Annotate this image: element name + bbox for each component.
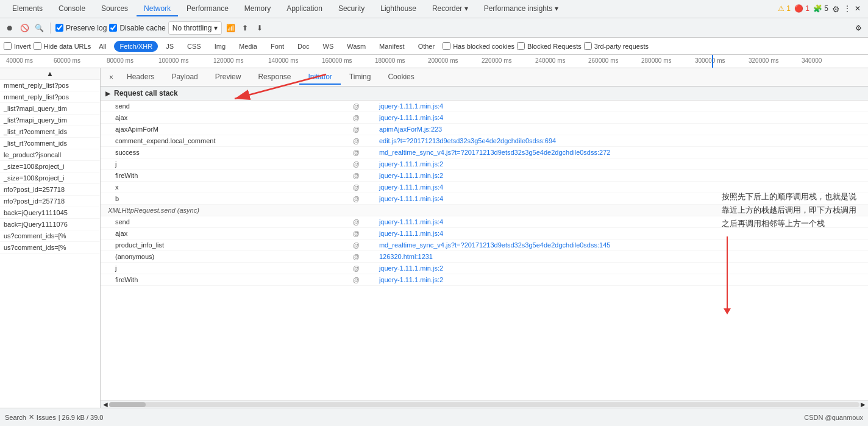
network-list-item[interactable]: le_product?jsoncall <box>0 149 100 161</box>
tab-response[interactable]: Response <box>249 70 299 85</box>
stack-link-cell[interactable]: md_realtime_sync_v4.js?t=?20171213d9etsd… <box>374 240 868 251</box>
more-tools-icon[interactable]: ⋮ <box>844 4 851 14</box>
stack-link-cell[interactable]: jquery-1.11.1.min.js:4 <box>374 112 868 124</box>
scrollbar-track[interactable] <box>109 402 859 407</box>
stack-link[interactable]: jquery-1.11.1.min.js:2 <box>379 160 443 168</box>
filter-doc[interactable]: Doc <box>292 41 315 52</box>
stack-link[interactable]: jquery-1.11.1.min.js:4 <box>379 230 443 237</box>
has-blocked-cookies-checkbox[interactable]: Has blocked cookies <box>443 42 514 50</box>
filter-all[interactable]: All <box>93 41 112 52</box>
horizontal-scrollbar[interactable]: ◀ ▶ <box>101 400 868 408</box>
tab-timing[interactable]: Timing <box>341 70 380 85</box>
tab-security[interactable]: Security <box>331 2 372 16</box>
stack-link[interactable]: jquery-1.11.1.min.js:4 <box>379 195 443 202</box>
stack-link-cell[interactable]: 126320.html:1231 <box>374 251 868 263</box>
invert-checkbox[interactable]: Invert <box>4 42 31 50</box>
throttling-dropdown[interactable]: No throttling ▾ <box>168 21 222 35</box>
hide-data-urls-checkbox[interactable]: Hide data URLs <box>34 42 91 50</box>
network-list-item[interactable]: _list_rt?comment_ids <box>0 126 100 138</box>
stack-link[interactable]: jquery-1.11.1.min.js:2 <box>379 172 443 179</box>
stack-link-cell[interactable]: jquery-1.11.1.min.js:2 <box>374 263 868 274</box>
stack-link[interactable]: jquery-1.11.1.min.js:2 <box>379 276 443 283</box>
stack-link[interactable]: jquery-1.11.1.min.js:4 <box>379 114 443 121</box>
detail-close-button[interactable]: × <box>104 71 118 84</box>
tab-payload[interactable]: Payload <box>163 70 206 85</box>
has-blocked-cookies-input[interactable] <box>443 42 450 50</box>
network-list-item[interactable]: nfo?post_id=257718 <box>0 196 100 207</box>
scrollbar-thumb[interactable] <box>109 402 146 407</box>
tab-lighthouse[interactable]: Lighthouse <box>373 2 424 16</box>
filter-media[interactable]: Media <box>233 41 263 52</box>
scroll-right-button[interactable]: ▶ <box>859 401 867 408</box>
request-call-stack-header[interactable]: ▶ Request call stack <box>101 87 868 101</box>
tab-elements[interactable]: Elements <box>5 2 50 16</box>
stack-link[interactable]: apimAjaxForM.js:223 <box>379 126 442 133</box>
scroll-left-button[interactable]: ◀ <box>102 401 109 408</box>
hide-data-urls-input[interactable] <box>34 42 41 50</box>
disable-cache-checkbox[interactable]: Disable cache <box>109 24 165 32</box>
tab-performance-insights[interactable]: Performance insights ▾ <box>477 2 566 16</box>
filter-fetch-xhr[interactable]: Fetch/XHR <box>114 41 158 52</box>
network-list-item[interactable]: us?comment_ids=[% <box>0 242 100 254</box>
filter-manifest[interactable]: Manifest <box>374 41 410 52</box>
stack-link[interactable]: jquery-1.11.1.min.js:2 <box>379 264 443 272</box>
tab-application[interactable]: Application <box>279 2 330 16</box>
stack-link-cell[interactable]: jquery-1.11.1.min.js:4 <box>374 228 868 240</box>
close-devtools-icon[interactable]: ✕ <box>855 4 861 14</box>
invert-input[interactable] <box>4 42 12 50</box>
stack-link-cell[interactable]: jquery-1.11.1.min.js:4 <box>374 182 868 193</box>
network-list-item[interactable]: _size=100&project_i <box>0 172 100 184</box>
stack-link-cell[interactable]: jquery-1.11.1.min.js:2 <box>374 274 868 286</box>
filter-font[interactable]: Font <box>265 41 290 52</box>
tab-recorder[interactable]: Recorder ▾ <box>425 2 475 16</box>
network-list-item[interactable]: back=jQuery1111076 <box>0 219 100 230</box>
blocked-requests-checkbox[interactable]: Blocked Requests <box>517 42 582 50</box>
third-party-checkbox[interactable]: 3rd-party requests <box>584 42 649 50</box>
network-list-item[interactable]: _list?mapi_query_tim <box>0 103 100 115</box>
tab-initiator[interactable]: Initiator <box>299 70 340 85</box>
preserve-log-input[interactable] <box>55 24 63 32</box>
record-icon[interactable]: ⏺ <box>4 22 16 34</box>
network-list-item[interactable]: mment_reply_list?pos <box>0 80 100 91</box>
extension-icon[interactable]: 🧩 5 <box>813 4 828 14</box>
filter-css[interactable]: CSS <box>182 41 207 52</box>
warning-icon[interactable]: ⚠ 1 <box>778 4 791 14</box>
stack-link-cell[interactable]: edit.js?t=?20171213d9etsd32s3g5e4de2dgch… <box>374 135 868 147</box>
stack-link-cell[interactable]: jquery-1.11.1.min.js:4 <box>374 216 868 228</box>
clear-icon[interactable]: 🚫 <box>18 22 30 34</box>
stack-link-cell[interactable]: jquery-1.11.1.min.js:4 <box>374 193 868 205</box>
stack-link[interactable]: jquery-1.11.1.min.js:4 <box>379 218 443 225</box>
filter-img[interactable]: Img <box>209 41 231 52</box>
network-list-item[interactable]: _list?mapi_query_tim <box>0 115 100 126</box>
search-filter-icon[interactable]: 🔍 <box>33 22 45 34</box>
wifi-icon[interactable]: 📶 <box>224 22 237 34</box>
tab-memory[interactable]: Memory <box>237 2 278 16</box>
blocked-requests-input[interactable] <box>517 42 525 50</box>
stack-link[interactable]: edit.js?t=?20171213d9etsd32s3g5e4de2dgch… <box>379 137 556 144</box>
stack-link-cell[interactable]: apimAjaxForM.js:223 <box>374 124 868 135</box>
tab-headers[interactable]: Headers <box>118 70 163 85</box>
tab-preview[interactable]: Preview <box>207 70 250 85</box>
network-list-item[interactable]: _size=100&project_i <box>0 161 100 172</box>
filter-ws[interactable]: WS <box>318 41 340 52</box>
network-list-item[interactable]: back=jQuery1111045 <box>0 207 100 219</box>
stack-link-cell[interactable]: jquery-1.11.1.min.js:4 <box>374 101 868 112</box>
network-list-item[interactable]: nfo?post_id=257718 <box>0 184 100 196</box>
download-icon[interactable]: ⬇ <box>254 22 266 34</box>
tab-performance[interactable]: Performance <box>179 2 236 16</box>
filter-wasm[interactable]: Wasm <box>341 41 371 52</box>
info-icon[interactable]: 🔴 1 <box>794 4 809 14</box>
settings-gear-icon[interactable]: ⚙ <box>832 4 840 14</box>
filter-other[interactable]: Other <box>413 41 441 52</box>
filter-js[interactable]: JS <box>160 41 179 52</box>
tab-sources[interactable]: Sources <box>94 2 135 16</box>
stack-link[interactable]: md_realtime_sync_v4.js?t=?20171213d9etsd… <box>379 241 610 249</box>
stack-link[interactable]: jquery-1.11.1.min.js:4 <box>379 102 443 110</box>
stack-link-cell[interactable]: jquery-1.11.1.min.js:2 <box>374 170 868 182</box>
tab-cookies[interactable]: Cookies <box>379 70 422 85</box>
network-settings-icon[interactable]: ⚙ <box>852 22 864 34</box>
preserve-log-checkbox[interactable]: Preserve log <box>55 24 107 32</box>
tab-console[interactable]: Console <box>51 2 93 16</box>
network-list-item[interactable]: _list_rt?comment_ids <box>0 138 100 149</box>
stack-link-cell[interactable]: jquery-1.11.1.min.js:2 <box>374 158 868 170</box>
